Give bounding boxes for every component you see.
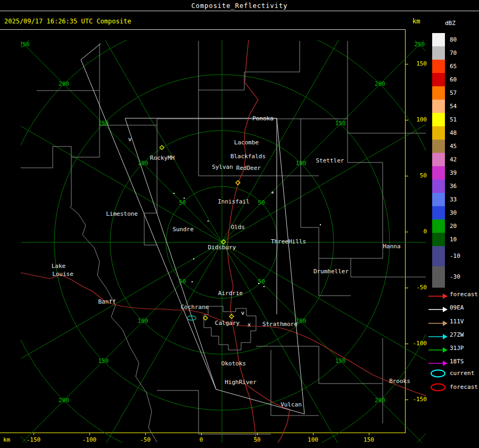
range-label: 150 [98,357,109,364]
city-label: RockyMH [150,154,174,161]
range-label: 250 [21,41,30,48]
axis-tick-label: -50 [134,436,156,443]
colorbar-value-label: -30 [450,273,468,281]
highway-line [239,325,426,396]
axis-tick [406,64,408,64]
axis-tick [406,288,408,288]
county-boundary [21,146,71,168]
legend-label: 09EA [450,304,464,312]
range-label: 150 [335,120,345,127]
colorbar-swatch [432,233,445,246]
colorbar-value-label: 48 [450,129,468,137]
axis-tick [406,400,408,400]
point-marker [193,258,194,259]
colorbar-swatch [432,100,445,113]
axis-tick-label: -150 [22,436,45,443]
axis-tick-label: 50 [246,436,268,443]
range-label: 200 [59,80,69,87]
legend-ellipse-icon [428,382,448,392]
range-label: 150 [98,120,109,127]
axis-tick [313,433,313,435]
city-label: Didsbury [208,244,236,251]
radar-app-window: Composite_Reflectivity 2025/09/17 16:26:… [0,0,479,448]
colorbar-value-label: 33 [450,196,468,203]
colorbar-swatch [432,46,445,60]
county-boundary [144,125,157,245]
storm-vector-glyph: v [128,136,131,143]
city-label: Okotoks [221,360,245,367]
legend-arrow-icon [428,291,448,298]
axis-tick [406,120,408,120]
colorbar-value-label: 70 [450,50,468,57]
point-marker [192,281,193,282]
colorbar-swatch [432,193,445,206]
colorbar-swatch [432,180,445,193]
legend-arrow-icon [428,319,448,325]
point-marker [263,286,265,287]
ellipse-icon [428,382,448,392]
point-marker [208,221,209,222]
axis-tick [406,232,408,232]
point-marker [184,198,185,199]
axis-tick-label: -150 [410,396,427,403]
colorbar-swatch [432,73,445,86]
colorbar-swatch [432,246,445,266]
storm-vector-glyph: x [247,321,251,328]
legend-label: 27ZW [450,331,464,339]
colorbar-value-label: 39 [450,169,468,177]
range-label: 200 [375,80,385,87]
arrow-head [443,294,448,299]
colorbar-value-label: 45 [450,143,468,150]
legend-label: forecast [450,384,478,391]
city-label: Calgary [214,320,240,327]
colorbar-value-label: 10 [450,236,468,243]
city-label: Stettler [316,157,344,164]
radar-map: 5010015020025050100150200250501001502005… [21,40,426,443]
arrow-icon [428,347,448,353]
range-label: 50 [258,199,265,206]
axis-tick [406,176,408,176]
county-boundary [348,119,383,224]
colorbar-value-label: 80 [450,36,468,44]
title-divider [0,11,479,11]
legend-label: current [450,370,474,377]
legend-label: 31JP [450,345,464,352]
bottom-axis-unit-label: km [3,436,10,443]
storm-vector-glyph: v [241,309,244,316]
axis-tick-label: 150 [358,436,380,443]
axis-tick-label: 100 [302,436,324,443]
colorbar-swatch [432,219,445,233]
colorbar-swatch [432,33,445,46]
city-label: Lake [51,263,65,270]
county-boundary [157,390,199,434]
radar-plot: 5010015020025050100150200250501001502005… [0,29,406,433]
arrow-head [443,347,448,353]
ellipse-icon [428,369,448,378]
county-boundary [244,41,300,90]
range-label: 200 [59,397,69,404]
legend-ellipse-icon [428,369,448,378]
arrow-head [443,361,448,366]
axis-tick-label: -100 [410,340,427,347]
colorbar-value-label: 42 [450,156,468,164]
city-label: RedDeer [236,165,261,172]
colorbar-value-label: 30 [450,209,468,217]
axis-tick [201,433,202,435]
county-boundary [71,91,100,207]
range-label: 100 [137,317,148,324]
timestamp-label: 2025/09/17 16:26:35 UTC Composite [4,18,131,25]
colorbar-swatch [432,60,445,73]
point-marker [258,283,259,284]
county-boundary [204,306,256,350]
range-label: 50 [179,199,186,206]
colorbar-swatch [432,113,445,126]
axis-tick [257,433,258,435]
legend-arrow-icon [428,305,448,311]
city-label: Lacombe [234,139,258,146]
county-boundary [256,346,319,384]
legend-arrow-icon [428,345,448,352]
city-label: Innisfail [218,198,250,205]
point-marker [320,224,321,225]
colorbar-value-label: 54 [450,103,468,110]
colorbar-value-label: 20 [450,223,468,230]
